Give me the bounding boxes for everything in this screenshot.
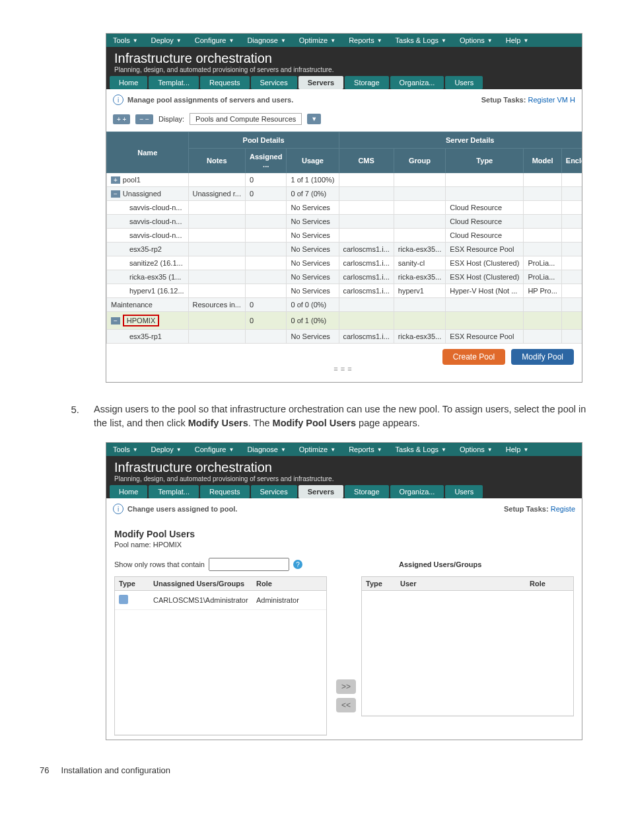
table-row[interactable]: MaintenanceResources in...00 of 0 (0%)	[107, 298, 583, 312]
chevron-down-icon: ▼	[281, 38, 286, 44]
table-row[interactable]: savvis-cloud-n...No ServicesCloud Resour…	[107, 229, 583, 243]
cell-usage: 0 of 1 (0%)	[287, 312, 339, 330]
tab-servers[interactable]: Servers	[298, 485, 343, 498]
expander-icon[interactable]: −	[111, 317, 120, 325]
menu-label: Deploy	[151, 445, 174, 453]
menu-help[interactable]: Help▼	[499, 443, 536, 456]
cell-notes	[188, 173, 245, 187]
table-row[interactable]: esx35-rp2No Servicescarloscms1.i...ricka…	[107, 243, 583, 256]
tab-requests[interactable]: Requests	[200, 485, 249, 498]
col-assigned[interactable]: Assigned ...	[245, 149, 287, 173]
cell-cms: carloscms1.i...	[339, 270, 394, 284]
expander-icon[interactable]: −	[111, 190, 120, 198]
tab-storage[interactable]: Storage	[345, 485, 389, 498]
cell-enclosure	[561, 243, 582, 256]
menu-optimize[interactable]: Optimize▼	[293, 34, 342, 47]
table-row[interactable]: −UnassignedUnassigned r...00 of 7 (0%)	[107, 187, 583, 201]
tab-storage[interactable]: Storage	[345, 76, 389, 89]
table-row[interactable]: +pool101 of 1 (100%)	[107, 173, 583, 187]
col-type[interactable]: Type	[115, 577, 149, 591]
user-role: Administrator	[252, 591, 326, 610]
tab-services[interactable]: Services	[251, 76, 297, 89]
menu-tools[interactable]: Tools▼	[106, 34, 145, 47]
col-group[interactable]: Group	[394, 149, 445, 173]
cell-cms	[339, 187, 394, 201]
tab-organizations[interactable]: Organiza...	[390, 485, 444, 498]
menu-configure[interactable]: Configure▼	[188, 34, 241, 47]
tab-organizations[interactable]: Organiza...	[390, 76, 444, 89]
col-user[interactable]: User	[396, 577, 526, 591]
col-unassigned-users[interactable]: Unassigned Users/Groups	[149, 577, 252, 591]
menu-tasks-logs[interactable]: Tasks & Logs▼	[389, 443, 453, 456]
help-icon[interactable]: ?	[293, 560, 302, 569]
list-item[interactable]: CARLOSCMS1\Administrator Administrator	[115, 591, 326, 610]
cell-model	[524, 330, 561, 344]
tab-services[interactable]: Services	[251, 485, 297, 498]
tab-users[interactable]: Users	[445, 485, 483, 498]
menu-deploy[interactable]: Deploy▼	[145, 443, 188, 456]
filter-input[interactable]	[209, 558, 289, 571]
tab-templates[interactable]: Templat...	[149, 76, 199, 89]
col-notes[interactable]: Notes	[188, 149, 245, 173]
menu-reports[interactable]: Reports▼	[342, 34, 388, 47]
table-row[interactable]: esx35-rp1No Servicescarloscms1.i...ricka…	[107, 330, 583, 344]
menu-reports[interactable]: Reports▼	[342, 443, 388, 456]
menu-tasks-logs[interactable]: Tasks & Logs▼	[389, 34, 453, 47]
modify-pool-button[interactable]: Modify Pool	[511, 349, 574, 365]
tab-servers[interactable]: Servers	[298, 76, 343, 89]
page-section: Installation and configuration	[61, 765, 171, 775]
tab-users[interactable]: Users	[445, 76, 483, 89]
chevron-down-icon: ▼	[441, 38, 446, 44]
cell-assigned: 0	[245, 187, 287, 201]
cell-cms	[339, 298, 394, 312]
col-model[interactable]: Model	[524, 149, 561, 173]
col-type[interactable]: Type	[362, 577, 396, 591]
col-role[interactable]: Role	[526, 577, 573, 591]
user-name: CARLOSCMS1\Administrator	[149, 591, 252, 610]
cell-model	[524, 298, 561, 312]
tab-templates[interactable]: Templat...	[149, 485, 199, 498]
display-select-value[interactable]: Pools and Compute Resources	[190, 113, 302, 125]
expand-all-button[interactable]: + +	[113, 114, 130, 124]
cell-assigned	[245, 330, 287, 344]
col-role[interactable]: Role	[252, 577, 326, 591]
menu-diagnose[interactable]: Diagnose▼	[240, 34, 292, 47]
menu-deploy[interactable]: Deploy▼	[145, 34, 188, 47]
table-row[interactable]: ricka-esx35 (1...No Servicescarloscms1.i…	[107, 270, 583, 284]
filter-label: Show only rows that contain	[114, 560, 205, 568]
menu-options[interactable]: Options▼	[453, 34, 499, 47]
col-type[interactable]: Type	[446, 149, 524, 173]
col-usage[interactable]: Usage	[287, 149, 339, 173]
table-row[interactable]: sanitize2 (16.1...No Servicescarloscms1.…	[107, 256, 583, 270]
move-right-button[interactable]: >>	[336, 679, 356, 694]
menu-optimize[interactable]: Optimize▼	[293, 443, 342, 456]
table-row[interactable]: savvis-cloud-n...No ServicesCloud Resour…	[107, 201, 583, 215]
dual-list: Type Unassigned Users/Groups Role CARLOS…	[114, 576, 574, 736]
menu-configure[interactable]: Configure▼	[188, 443, 241, 456]
menu-options[interactable]: Options▼	[453, 443, 499, 456]
tab-home[interactable]: Home	[110, 485, 147, 498]
register-vm-link[interactable]: Register VM H	[528, 96, 575, 104]
register-link[interactable]: Registe	[551, 505, 575, 513]
move-left-button[interactable]: <<	[336, 698, 356, 712]
menu-diagnose[interactable]: Diagnose▼	[240, 443, 292, 456]
cell-group: sanity-cl	[394, 256, 445, 270]
menu-label: Help	[506, 36, 521, 44]
tab-home[interactable]: Home	[110, 76, 147, 89]
col-cms[interactable]: CMS	[339, 149, 394, 173]
table-row[interactable]: hyperv1 (16.12...No Servicescarloscms1.i…	[107, 284, 583, 298]
chevron-down-icon: ▼	[330, 38, 335, 44]
tab-requests[interactable]: Requests	[200, 76, 249, 89]
expander-icon[interactable]: +	[111, 176, 120, 184]
col-enclosure[interactable]: Enclosur	[561, 149, 582, 173]
menu-help[interactable]: Help▼	[499, 34, 536, 47]
menu-tools[interactable]: Tools▼	[106, 443, 145, 456]
create-pool-button[interactable]: Create Pool	[442, 349, 505, 365]
collapse-all-button[interactable]: − −	[135, 114, 153, 124]
table-row[interactable]: savvis-cloud-n...No ServicesCloud Resour…	[107, 215, 583, 229]
chevron-down-icon[interactable]: ▼	[307, 114, 321, 124]
resize-handle[interactable]: ≡≡≡	[114, 365, 574, 373]
table-row[interactable]: −HPOMIX00 of 1 (0%)	[107, 312, 583, 330]
cell-usage: No Services	[287, 330, 339, 344]
col-name[interactable]: Name	[107, 132, 189, 173]
